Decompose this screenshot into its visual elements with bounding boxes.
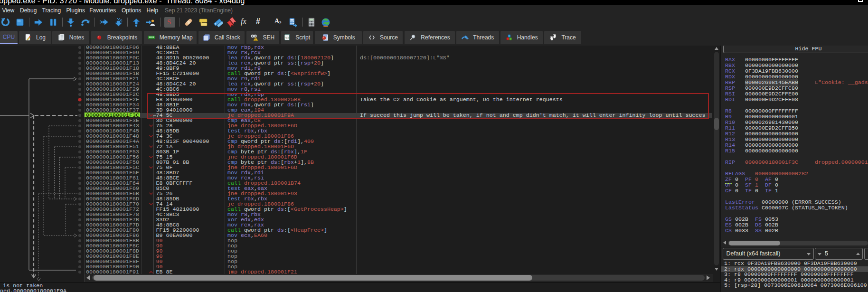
svg-text:!: ! <box>255 37 256 40</box>
svg-text:<>: <> <box>285 36 289 39</box>
